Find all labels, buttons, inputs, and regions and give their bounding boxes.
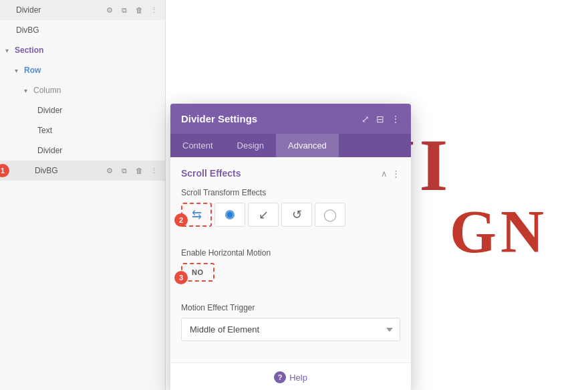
settings-icon[interactable]: ⚙	[104, 144, 116, 157]
layer-item-divider-inner2[interactable]: Divider ⚙ ⧉ 🗑 ⋮	[0, 140, 165, 161]
more-options-icon[interactable]: ⋮	[391, 114, 400, 124]
settings-icon[interactable]: ⚙	[133, 84, 145, 96]
collapse-arrow: ▾	[5, 47, 15, 54]
section-more-icon[interactable]: ⋮	[392, 169, 400, 179]
layer-item-section[interactable]: ▾ Section ⚙ ⧉ 🗑 ⋮	[0, 40, 165, 60]
motion-trigger-label: Motion Effect Trigger	[181, 303, 400, 312]
collapse-arrow: ▾	[15, 67, 24, 74]
more-icon[interactable]: ⋮	[148, 44, 160, 56]
duplicate-icon[interactable]: ⧉	[118, 104, 130, 116]
delete-icon[interactable]: 🗑	[133, 124, 145, 136]
settings-icon[interactable]: ⚙	[104, 44, 116, 56]
layers-panel: Divider ⚙ ⧉ 🗑 ⋮ DivBG ⚙ ⧉ 🗑 ⋮ ▾ Section	[0, 0, 166, 390]
settings-icon[interactable]: ⚙	[104, 124, 116, 136]
more-icon[interactable]: ⋮	[148, 104, 160, 116]
duplicate-icon[interactable]: ⧉	[118, 124, 130, 136]
expand-icon[interactable]: ⤢	[361, 114, 370, 124]
badge-2: 2	[174, 213, 188, 227]
effect-btn-blur[interactable]	[214, 203, 245, 227]
more-icon[interactable]: ⋮	[148, 4, 160, 16]
delete-icon[interactable]: 🗑	[133, 165, 145, 177]
blur-icon	[223, 208, 237, 221]
motion-trigger-select[interactable]: Middle of Element Top of Element Bottom …	[181, 318, 400, 341]
tab-advanced[interactable]: Advanced	[276, 134, 339, 157]
delete-icon[interactable]: 🗑	[133, 44, 145, 56]
collapse-arrow: ▾	[24, 87, 33, 94]
help-link[interactable]: ? Help	[274, 371, 307, 383]
delete-icon[interactable]: 🗑	[133, 104, 145, 116]
effect-btn-opacity[interactable]: ◯	[315, 203, 345, 227]
settings-panel: Divider Settings ⤢ ⊟ ⋮ Content Design Ad…	[170, 104, 411, 390]
svg-point-1	[227, 212, 233, 217]
more-icon[interactable]: ⋮	[148, 64, 160, 76]
more-icon[interactable]: ⋮	[148, 124, 160, 136]
duplicate-icon[interactable]: ⧉	[148, 84, 160, 96]
badge-3: 3	[174, 271, 188, 284]
effects-row: ⇆ ↙ ↺ ◯	[181, 203, 345, 227]
duplicate-icon[interactable]: ⧉	[118, 144, 130, 157]
settings-icon[interactable]: ⚙	[104, 104, 116, 116]
duplicate-icon[interactable]: ⧉	[118, 64, 130, 76]
duplicate-icon[interactable]: ⧉	[118, 4, 130, 16]
duplicate-icon[interactable]: ⧉	[118, 165, 130, 177]
delete-icon[interactable]: 🗑	[133, 4, 145, 16]
split-icon[interactable]: ⊟	[376, 114, 384, 124]
delete-icon[interactable]: 🗑	[133, 64, 145, 76]
settings-icon[interactable]: ⚙	[104, 4, 116, 16]
effect-btn-rotate[interactable]: ↺	[281, 203, 312, 227]
delete-icon[interactable]: 🗑	[133, 24, 145, 36]
scroll-effects-header: Scroll Effects ∧ ⋮	[181, 168, 400, 179]
layer-item-divbg-active[interactable]: DivBG ⚙ ⧉ 🗑 ⋮	[0, 161, 165, 181]
transform-effects-label: Scroll Transform Effects	[181, 188, 400, 197]
layer-item-divider-top[interactable]: Divider ⚙ ⧉ 🗑 ⋮	[0, 0, 165, 20]
more-icon[interactable]: ⋮	[148, 24, 160, 36]
panel-footer: ? Help	[170, 363, 411, 390]
settings-tabs: Content Design Advanced	[170, 134, 411, 157]
panel-body: Scroll Effects ∧ ⋮ Scroll Transform Effe…	[170, 157, 411, 363]
layer-item-text[interactable]: Text ⚙ ⧉ 🗑 ⋮	[0, 120, 165, 140]
layer-item-row[interactable]: ▾ Row ⚙ ⧉ 🗑 ⋮	[0, 60, 165, 80]
help-label: Help	[289, 373, 307, 383]
tab-design[interactable]: Design	[225, 134, 276, 157]
tab-content[interactable]: Content	[170, 134, 225, 157]
effect-btn-path[interactable]: ↙	[248, 203, 279, 227]
settings-header: Divider Settings ⤢ ⊟ ⋮	[170, 104, 411, 134]
layer-item-divider-inner[interactable]: Divider ⚙ ⧉ 🗑 ⋮	[0, 100, 165, 120]
divi-bottom-text: GN	[450, 202, 588, 262]
settings-title: Divider Settings	[181, 113, 257, 124]
layer-item-column[interactable]: ▾ Column ⚙ ⧉	[0, 80, 165, 100]
more-icon[interactable]: ⋮	[148, 165, 160, 177]
settings-icon[interactable]: ⚙	[104, 64, 116, 76]
more-icon[interactable]: ⋮	[148, 144, 160, 157]
settings-icon[interactable]: ⚙	[104, 165, 116, 177]
delete-icon[interactable]: 🗑	[133, 144, 145, 157]
duplicate-icon[interactable]: ⧉	[118, 24, 130, 36]
duplicate-icon[interactable]: ⧉	[118, 44, 130, 56]
scroll-effects-title: Scroll Effects	[181, 168, 241, 179]
layer-item-divbg-top[interactable]: DivBG ⚙ ⧉ 🗑 ⋮	[0, 20, 165, 40]
horizontal-motion-label: Enable Horizontal Motion	[181, 248, 400, 258]
settings-icon[interactable]: ⚙	[104, 24, 116, 36]
collapse-section-icon[interactable]: ∧	[381, 169, 388, 179]
help-icon: ?	[274, 371, 286, 383]
